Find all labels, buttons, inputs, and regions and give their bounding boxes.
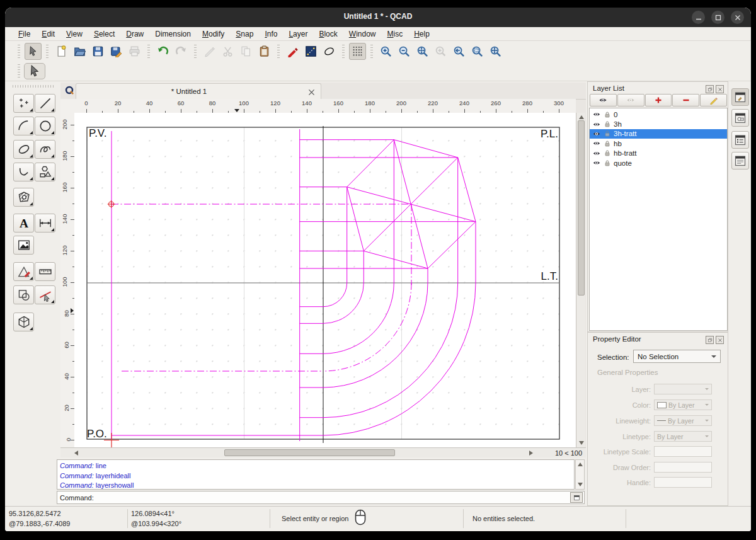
scroll-down-icon[interactable] (579, 441, 584, 445)
boolean-tools-button[interactable] (13, 285, 34, 304)
layer-row-0[interactable]: 0 (590, 110, 727, 119)
command-options-button[interactable] (570, 492, 583, 503)
menu-file[interactable]: File (13, 28, 36, 40)
scroll-up-icon[interactable] (579, 115, 584, 119)
copy-button[interactable] (238, 43, 255, 60)
layer-row-hb[interactable]: hb (590, 139, 727, 148)
layer-lock-icon[interactable] (604, 120, 611, 128)
shape-tools-button[interactable] (35, 163, 55, 181)
linetypescale-field[interactable] (654, 446, 712, 457)
layer-visibility-icon[interactable] (592, 120, 601, 129)
add-layer-button[interactable] (645, 94, 672, 106)
titlebar[interactable]: Untitled 1 * - QCAD (5, 8, 751, 27)
tab-close-icon[interactable] (307, 88, 316, 96)
layer-lock-icon[interactable] (604, 111, 611, 118)
toolbar-handle[interactable] (147, 45, 150, 59)
menu-view[interactable]: View (60, 28, 88, 40)
menu-layer[interactable]: Layer (283, 28, 313, 40)
ellipse-tools-button[interactable] (13, 140, 34, 159)
layer-visibility-icon[interactable] (592, 159, 601, 167)
toolbar-handle[interactable] (194, 45, 197, 59)
scroll-left-icon[interactable] (74, 451, 78, 456)
menu-dimension[interactable]: Dimension (149, 28, 197, 40)
layer-visibility-icon[interactable] (592, 139, 601, 147)
layer-lock-icon[interactable] (604, 140, 611, 147)
new-file-button[interactable] (53, 43, 70, 60)
zoom-out-button[interactable] (396, 43, 413, 60)
hatch-tool-button[interactable] (13, 188, 34, 207)
toolbar-handle[interactable] (18, 45, 20, 59)
vertical-scroll-thumb[interactable] (578, 120, 585, 296)
layer-visibility-icon[interactable] (592, 110, 601, 118)
float-panel-button[interactable] (706, 336, 714, 344)
zoom-in-alt-button[interactable] (432, 43, 449, 60)
redo-button[interactable] (173, 43, 190, 60)
solid-tools-button[interactable] (13, 313, 34, 331)
layer-lock-icon[interactable] (604, 159, 611, 167)
minimize-button[interactable] (692, 11, 705, 24)
layer-lock-icon[interactable] (604, 130, 611, 137)
handle-field[interactable] (654, 477, 712, 488)
maximize-button[interactable] (711, 11, 724, 24)
color-combo[interactable]: By Layer (654, 399, 712, 410)
selection-pointer-button[interactable] (25, 43, 42, 60)
drawing-viewport[interactable]: P.V.P.L.L.T.P.O. (74, 113, 576, 447)
auto-zoom-button[interactable] (414, 43, 431, 60)
pencil-button[interactable] (201, 43, 218, 60)
trim-tools-button[interactable] (35, 285, 55, 304)
pan-zoom-button[interactable] (487, 43, 504, 60)
scroll-right-icon[interactable] (529, 451, 533, 456)
draw-pen-button[interactable] (284, 43, 301, 60)
layer-row-3h[interactable]: 3h (590, 119, 727, 129)
tab-untitled-1[interactable]: * Untitled 1 (76, 83, 321, 100)
toolbar-handle[interactable] (342, 45, 345, 59)
menu-select[interactable]: Select (88, 28, 120, 40)
layer-visibility-icon[interactable] (592, 149, 601, 158)
line-tools-button[interactable] (35, 94, 55, 113)
menu-snap[interactable]: Snap (230, 28, 259, 40)
scroll-down-icon[interactable] (578, 483, 583, 486)
dimension-tools-button[interactable] (35, 214, 55, 233)
circle-tools-button[interactable] (35, 117, 55, 135)
arc-tools-button[interactable] (13, 117, 34, 135)
save-as-button[interactable] (108, 43, 125, 60)
toolbar-handle[interactable] (18, 64, 20, 78)
command-input[interactable] (94, 492, 570, 503)
layer-lock-icon[interactable] (604, 149, 611, 157)
layer-row-hb-tratt[interactable]: hb-tratt (590, 149, 727, 158)
toolbar-handle[interactable] (277, 45, 280, 59)
menu-draw[interactable]: Draw (120, 28, 149, 40)
layer-list-toggle-button[interactable] (731, 131, 749, 149)
history-scrollbar[interactable] (575, 459, 585, 490)
cad-drawing[interactable]: P.V.P.L.L.T.P.O. (74, 113, 576, 447)
horizontal-scroll-thumb[interactable] (224, 449, 395, 456)
menu-info[interactable]: Info (259, 28, 283, 40)
remove-layer-button[interactable] (672, 94, 699, 106)
grid-toggle-button[interactable] (349, 43, 366, 60)
horizontal-scrollbar[interactable]: 10 < 100 (60, 447, 586, 457)
panel-handle[interactable] (13, 85, 55, 88)
layer-visibility-icon[interactable] (592, 130, 601, 138)
selection-pointer-button[interactable] (24, 63, 45, 79)
property-editor-toggle-button[interactable] (731, 88, 749, 106)
measure-tools-button[interactable] (35, 262, 55, 281)
point-tools-button[interactable] (13, 94, 34, 113)
linetype-combo[interactable]: By Layer (654, 431, 712, 442)
hide-all-layers-button[interactable] (617, 94, 644, 106)
close-panel-button[interactable] (716, 336, 724, 344)
layer-combo[interactable] (654, 384, 712, 394)
spline-tools-button[interactable] (35, 140, 55, 159)
block-list-toggle-button[interactable] (731, 152, 749, 169)
print-button[interactable] (126, 43, 143, 60)
ellipse-template-button[interactable] (321, 43, 338, 60)
close-button[interactable] (731, 11, 744, 24)
close-panel-button[interactable] (716, 85, 724, 93)
layer-row-3h-tratt[interactable]: 3h-tratt (590, 129, 727, 139)
menu-help[interactable]: Help (408, 28, 435, 40)
menu-modify[interactable]: Modify (197, 28, 230, 40)
save-button[interactable] (89, 43, 106, 60)
menu-window[interactable]: Window (343, 28, 382, 40)
image-tool-button[interactable] (13, 236, 34, 255)
menu-misc[interactable]: Misc (381, 28, 408, 40)
zoom-in-button[interactable] (377, 43, 394, 60)
